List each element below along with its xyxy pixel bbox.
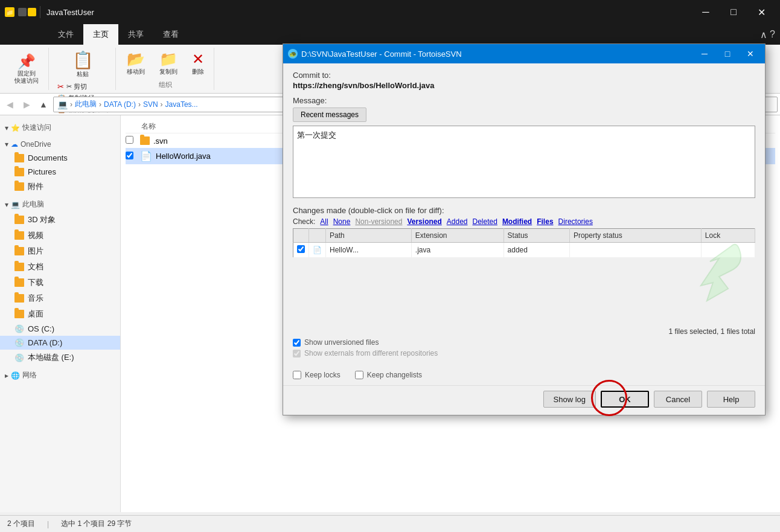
move-to-btn[interactable]: 📂 移动到 bbox=[122, 48, 150, 79]
cut-btn[interactable]: ✂ ✂ 剪切 bbox=[55, 81, 110, 92]
message-textarea[interactable]: 第一次提交 bbox=[293, 126, 755, 198]
filter-modified[interactable]: Modified bbox=[502, 217, 532, 226]
organize-group-label: 组织 bbox=[159, 80, 172, 89]
maximize-button[interactable]: □ bbox=[720, 0, 747, 24]
folder-icon-documents bbox=[14, 154, 24, 162]
sidebar-item-3dobjects[interactable]: 3D 对象 bbox=[0, 212, 120, 228]
recent-messages-btn[interactable]: Recent messages bbox=[293, 107, 366, 122]
filter-deleted[interactable]: Deleted bbox=[473, 217, 497, 226]
scissors-icon: ✂ bbox=[57, 82, 64, 91]
help-btn-modal[interactable]: Help bbox=[707, 391, 755, 408]
modal-maximize-btn[interactable]: □ bbox=[718, 45, 737, 62]
chevron-right-icon: ▾ bbox=[5, 124, 8, 132]
breadcrumb-svn[interactable]: SVN bbox=[143, 100, 158, 109]
sidebar-item-d-drive[interactable]: 💿 DATA (D:) bbox=[0, 336, 120, 350]
paste-btn[interactable]: 📋 粘贴 bbox=[68, 48, 98, 81]
copy-label: 复制到 bbox=[159, 68, 177, 76]
delete-btn[interactable]: ✕ 删除 bbox=[187, 48, 209, 79]
modal-minimize-btn[interactable]: ─ bbox=[695, 45, 714, 62]
forward-button[interactable]: ▶ bbox=[19, 97, 34, 112]
java-file-icon: 📄 bbox=[140, 150, 152, 162]
sidebar-section-network: ▸ 🌐 网络 bbox=[0, 368, 120, 383]
show-unversioned-label: Show unversioned files bbox=[304, 338, 379, 347]
minimize-button[interactable]: ─ bbox=[692, 0, 720, 24]
show-unversioned-row: Show unversioned files bbox=[293, 338, 379, 347]
explorer-window-icon: 📁 bbox=[5, 7, 14, 17]
sidebar-section-quickaccess: ▾ ⭐ 快速访问 bbox=[0, 120, 120, 135]
sidebar-item-music[interactable]: 音乐 bbox=[0, 290, 120, 306]
filter-bar: Check: All None Non-versioned Versioned … bbox=[293, 217, 755, 226]
tortoise-icon: 🐢 bbox=[288, 49, 298, 59]
sidebar-item-c-drive[interactable]: 💿 OS (C:) bbox=[0, 322, 120, 336]
breadcrumb-datad[interactable]: DATA (D:) bbox=[104, 100, 136, 109]
sidebar-item-downloads[interactable]: 下载 bbox=[0, 275, 120, 290]
row-checkbox-cell[interactable] bbox=[293, 243, 309, 258]
sidebar-item-attachments[interactable]: 附件 bbox=[0, 179, 120, 194]
downloads-label: 下载 bbox=[28, 277, 43, 288]
svn-folder-icon bbox=[140, 136, 150, 145]
folder-icon-pictures bbox=[14, 168, 24, 176]
modal-close-btn[interactable]: ✕ bbox=[741, 45, 760, 62]
sidebar-header-network[interactable]: ▸ 🌐 网络 bbox=[0, 368, 120, 383]
modal-title-text: D:\SVN\JavaTestUser - Commit - TortoiseS… bbox=[301, 50, 691, 59]
commit-url: https://zheng/svn/bos/HelloWorld.java bbox=[293, 81, 755, 90]
sidebar-section-thispc: ▾ 💻 此电脑 3D 对象 视频 图片 文档 bbox=[0, 197, 120, 365]
filter-directories[interactable]: Directories bbox=[558, 217, 593, 226]
tab-home[interactable]: 主页 bbox=[83, 24, 118, 45]
pin-btn-label: 固定到快速访问 bbox=[14, 70, 39, 85]
up-button[interactable]: ▲ bbox=[36, 97, 51, 112]
quickaccess-star-icon: ⭐ bbox=[11, 124, 20, 132]
network-label: 网络 bbox=[22, 370, 37, 380]
help-btn[interactable]: ? bbox=[770, 29, 775, 40]
sidebar-header-thispc[interactable]: ▾ 💻 此电脑 bbox=[0, 197, 120, 212]
pin-icon: 📌 bbox=[18, 53, 36, 70]
sidebar-item-images[interactable]: 图片 bbox=[0, 243, 120, 259]
close-button[interactable]: ✕ bbox=[747, 0, 775, 24]
svn-checkbox[interactable] bbox=[126, 136, 138, 146]
folder-icon-video bbox=[14, 231, 24, 240]
tab-share[interactable]: 共享 bbox=[118, 24, 153, 45]
copy-folder-icon: 📁 bbox=[159, 51, 177, 68]
sidebar-item-e-drive[interactable]: 💿 本地磁盘 (E:) bbox=[0, 350, 120, 365]
sidebar-item-docs[interactable]: 文档 bbox=[0, 259, 120, 275]
helloworld-check-input[interactable] bbox=[126, 152, 133, 159]
folder-icon-downloads bbox=[14, 278, 24, 287]
svn-file-name: .svn bbox=[140, 136, 261, 146]
keep-locks-checkbox[interactable] bbox=[293, 371, 301, 379]
tab-view[interactable]: 查看 bbox=[153, 24, 188, 45]
sidebar-item-desktop[interactable]: 桌面 bbox=[0, 306, 120, 322]
sidebar-item-pictures[interactable]: Pictures bbox=[0, 165, 120, 179]
sidebar-item-video[interactable]: 视频 bbox=[0, 228, 120, 243]
filter-versioned[interactable]: Versioned bbox=[407, 217, 441, 226]
sidebar-header-onedrive[interactable]: ▾ ☁ OneDrive bbox=[0, 138, 120, 151]
sidebar-pictures-label: Pictures bbox=[28, 167, 56, 176]
show-files-row: Show unversioned files bbox=[293, 338, 755, 347]
breadcrumb-thispc[interactable]: 此电脑 bbox=[75, 99, 97, 109]
breadcrumb-javates[interactable]: JavaTes... bbox=[165, 100, 198, 109]
svn-check-input[interactable] bbox=[126, 136, 133, 144]
filter-none[interactable]: None bbox=[333, 217, 351, 226]
helloworld-checkbox[interactable] bbox=[126, 152, 138, 161]
sidebar-item-documents[interactable]: Documents bbox=[0, 151, 120, 165]
filter-all[interactable]: All bbox=[320, 217, 328, 226]
keep-changelists-checkbox[interactable] bbox=[355, 371, 363, 379]
show-externals-checkbox[interactable] bbox=[293, 350, 301, 357]
ok-btn[interactable]: OK bbox=[601, 391, 649, 408]
pin-to-quick-access-btn[interactable]: 📌 固定到快速访问 bbox=[10, 51, 43, 87]
copy-to-btn[interactable]: 📁 复制到 bbox=[155, 48, 182, 79]
cancel-btn[interactable]: Cancel bbox=[654, 391, 702, 408]
desktop-label: 桌面 bbox=[28, 309, 43, 319]
onedrive-cloud-icon: ☁ bbox=[11, 140, 18, 149]
show-log-btn[interactable]: Show log bbox=[543, 391, 596, 408]
filter-files[interactable]: Files bbox=[537, 217, 553, 226]
filter-nonversioned[interactable]: Non-versioned bbox=[355, 217, 402, 226]
ribbon-collapse-btn[interactable]: ∧ bbox=[760, 29, 767, 40]
docs-label: 文档 bbox=[28, 261, 43, 272]
back-button[interactable]: ◀ bbox=[2, 97, 17, 112]
sidebar-header-quickaccess[interactable]: ▾ ⭐ 快速访问 bbox=[0, 120, 120, 135]
folder-icon-attachments bbox=[14, 182, 24, 191]
filter-added[interactable]: Added bbox=[447, 217, 468, 226]
tab-file[interactable]: 文件 bbox=[48, 24, 83, 45]
row-checkbox[interactable] bbox=[297, 245, 305, 253]
show-unversioned-checkbox[interactable] bbox=[293, 339, 301, 347]
